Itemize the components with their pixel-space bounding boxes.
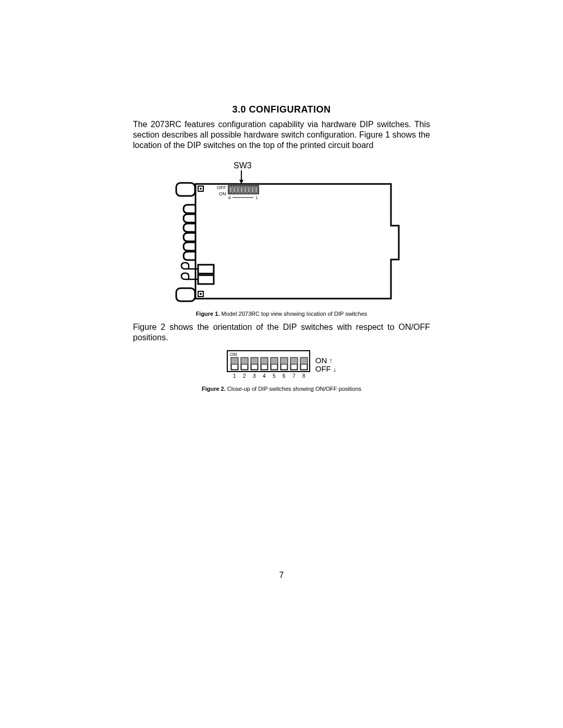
svg-rect-13 <box>251 187 254 193</box>
section-title: 3.0 CONFIGURATION <box>133 104 430 115</box>
dip2-num-2: 2 <box>243 373 246 379</box>
between-paragraph: Figure 2 shows the orientation of the DI… <box>133 322 430 343</box>
svg-rect-36 <box>301 364 307 369</box>
svg-rect-30 <box>241 364 248 369</box>
onoff-indicator: ON ↑ OFF ↓ <box>315 356 337 374</box>
svg-rect-9 <box>237 187 239 193</box>
svg-point-5 <box>200 293 202 295</box>
svg-rect-35 <box>291 364 297 369</box>
svg-rect-16 <box>176 183 195 196</box>
dip2-num-7: 7 <box>292 373 296 379</box>
svg-point-3 <box>200 188 202 190</box>
dip-off-label: OFF <box>217 185 226 190</box>
off-label: OFF <box>315 365 331 374</box>
figure-1-caption-bold: Figure 1. <box>196 311 220 317</box>
dip2-on-inside: ON <box>230 352 237 357</box>
figure-1-caption: Figure 1. Model 2073RC top view showing … <box>133 311 430 317</box>
svg-rect-8 <box>233 187 236 193</box>
svg-rect-29 <box>231 364 238 369</box>
svg-rect-31 <box>251 364 258 369</box>
page-number: 7 <box>0 571 563 580</box>
on-label: ON <box>315 356 327 365</box>
svg-rect-19 <box>176 288 195 301</box>
dip-on-label: ON <box>219 191 226 196</box>
dip2-num-5: 5 <box>273 373 276 379</box>
svg-rect-33 <box>271 364 277 369</box>
figure-1-caption-text: Model 2073RC top view showing location o… <box>219 311 367 317</box>
svg-rect-32 <box>261 364 267 369</box>
dip-num-8: 8 <box>228 195 231 200</box>
svg-rect-10 <box>240 187 243 193</box>
figure-2-caption-bold: Figure 2. <box>202 386 226 392</box>
svg-rect-11 <box>244 187 247 193</box>
figure-2-caption-text: Close-up of DIP switches showing ON/OFF … <box>226 386 361 392</box>
dip2-num-8: 8 <box>302 373 305 379</box>
figure-2: ON <box>133 350 430 381</box>
svg-rect-17 <box>198 265 214 274</box>
figure-1: SW3 OFF ON <box>133 158 430 306</box>
page: 3.0 CONFIGURATION The 2073RC features co… <box>0 0 563 392</box>
svg-rect-12 <box>248 187 250 193</box>
dip2-num-6: 6 <box>283 373 286 379</box>
dip2-num-4: 4 <box>263 373 266 379</box>
dip2-num-3: 3 <box>253 373 256 379</box>
arrow-down-icon: ↓ <box>333 366 337 373</box>
svg-rect-34 <box>281 364 287 369</box>
svg-rect-14 <box>255 187 258 193</box>
svg-rect-7 <box>229 187 232 193</box>
dip2-num-1: 1 <box>233 373 236 379</box>
svg-rect-18 <box>198 275 214 284</box>
dip-num-1: 1 <box>255 195 258 200</box>
intro-paragraph: The 2073RC features configuration capabi… <box>133 119 430 151</box>
arrow-up-icon: ↑ <box>329 357 333 364</box>
figure-2-caption: Figure 2. Close-up of DIP switches showi… <box>133 386 430 392</box>
sw3-label: SW3 <box>234 161 252 170</box>
